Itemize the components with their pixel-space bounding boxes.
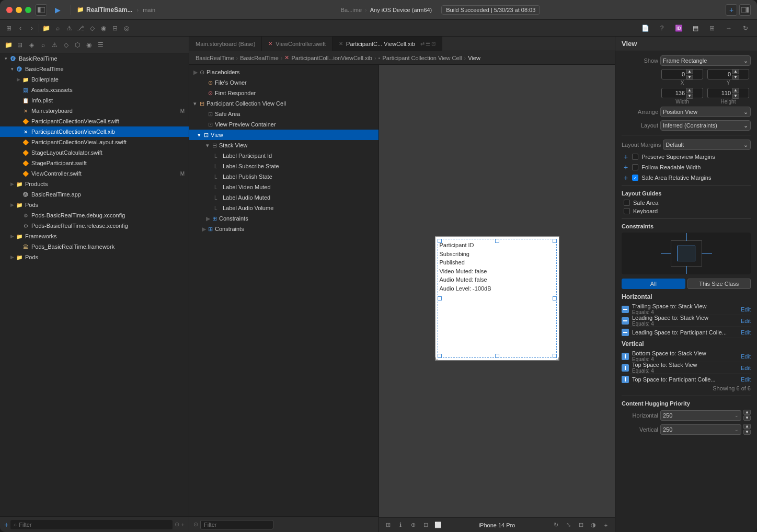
bookmark-icon[interactable]: ◇ <box>87 24 97 33</box>
recent-files-button[interactable]: ⊙ <box>175 521 179 528</box>
tree-item-products[interactable]: ▶ 📁 Products <box>0 179 189 189</box>
w-up-btn[interactable]: ▲ <box>686 88 693 93</box>
y-down-btn[interactable]: ▼ <box>732 75 739 80</box>
scene-item-placeholders[interactable]: ▶ ⊙ Placeholders <box>189 67 378 77</box>
report-icon[interactable]: ⊟ <box>110 24 120 33</box>
hugging-v-down-btn[interactable]: ▼ <box>743 430 751 435</box>
breadcrumb-basicrealtime2[interactable]: BasicRealTime <box>240 55 279 61</box>
resize-icon[interactable]: ⤡ <box>564 521 573 530</box>
connections-icon[interactable]: → <box>721 21 736 36</box>
breakpoints-nav-icon[interactable]: ◉ <box>85 41 93 49</box>
scene-item-safe-area[interactable]: ▶ ⊡ Safe Area <box>189 109 378 119</box>
arrange-select[interactable]: Position View ⌄ <box>660 107 751 117</box>
file-inspector-icon[interactable]: 📄 <box>638 21 652 36</box>
hugging-h-select[interactable]: 250 ⌄ <box>660 410 741 421</box>
tree-item-pods-group[interactable]: ▶ 📁 Pods <box>0 200 189 210</box>
scene-item-label-audio-volume[interactable]: L Label Audio Volume <box>189 203 378 213</box>
h-up-btn[interactable]: ▲ <box>732 88 739 93</box>
hugging-h-up-btn[interactable]: ▲ <box>743 410 751 415</box>
forward-icon[interactable]: › <box>27 24 37 33</box>
y-up-btn[interactable]: ▲ <box>732 69 739 74</box>
scene-item-label-video[interactable]: L Label Video Muted <box>189 182 378 192</box>
h-down-btn[interactable]: ▼ <box>732 94 739 99</box>
quick-help-icon[interactable]: ? <box>655 21 669 36</box>
tree-item-infoplist[interactable]: ▶ 📋 Info.plist <box>0 95 189 106</box>
tree-item-pods-release[interactable]: ▶ ⚙ Pods-BasicRealTime.release.xcconfig <box>0 221 189 231</box>
left-panel-toggle[interactable] <box>36 4 47 16</box>
size-inspector-icon[interactable]: ⊞ <box>705 21 719 36</box>
zoom-fit-icon[interactable]: ⊞ <box>383 521 393 530</box>
add-group-button[interactable]: + <box>4 521 8 529</box>
safe-area-guide-check[interactable] <box>624 200 630 206</box>
target-icon[interactable]: ◎ <box>122 24 131 33</box>
plus-canvas-icon[interactable]: + <box>601 521 611 530</box>
tree-item-pods-debug[interactable]: ▶ ⚙ Pods-BasicRealTime.debug.xcconfig <box>0 210 189 221</box>
warning-nav-icon[interactable]: ⚠ <box>50 41 59 49</box>
device-selector[interactable]: Any iOS Device (arm64) <box>370 7 432 13</box>
breakpoint-icon[interactable]: ◉ <box>99 24 108 33</box>
keyboard-guide-check[interactable] <box>624 208 630 214</box>
constraint-top-edit-btn[interactable]: Edit <box>741 365 751 371</box>
layout-margins-select[interactable]: Default ⌄ <box>663 140 751 150</box>
preserve-superview-check[interactable] <box>632 154 638 160</box>
hugging-v-select[interactable]: 250 ⌄ <box>660 424 741 435</box>
height-input[interactable] <box>710 90 731 96</box>
sidebar-filter-input[interactable] <box>19 522 113 528</box>
rotate-icon[interactable]: ↻ <box>551 521 560 530</box>
layout-icon[interactable]: ⊟ <box>576 521 586 530</box>
w-down-btn[interactable]: ▼ <box>686 94 693 99</box>
tab-viewcontroller[interactable]: ✕ ViewController.swift <box>262 37 332 51</box>
tree-item-participantcell-xib[interactable]: ▶ ✕ ParticipantCollectionViewCell.xib <box>0 126 189 137</box>
show-select[interactable]: Frame Rectangle ⌄ <box>660 55 751 66</box>
tree-item-stageparticipant[interactable]: ▶ 🔶 StageParticipant.swift <box>0 158 189 168</box>
project-scheme[interactable]: RealTimeSam... <box>86 6 133 14</box>
tree-item-boilerplate[interactable]: ▶ 📁 Boilerplate <box>0 74 189 85</box>
constraint-bottom-edit-btn[interactable]: Edit <box>741 353 751 360</box>
warning-icon[interactable]: ⚠ <box>64 24 74 33</box>
add-button[interactable]: + <box>726 4 737 16</box>
tree-item-framework[interactable]: ▶ 🏛 Pods_BasicRealTime.framework <box>0 241 189 252</box>
scene-filter-input[interactable] <box>200 520 273 529</box>
layout-select[interactable]: Inferred (Constraints) ⌄ <box>660 120 751 131</box>
scene-item-first-responder[interactable]: ▶ ⊙ First Responder <box>189 88 378 98</box>
info-icon[interactable]: ℹ <box>396 521 405 530</box>
y-input[interactable] <box>710 71 731 77</box>
scene-item-constraints-cell[interactable]: ▶ ⊞ Constraints <box>189 224 378 234</box>
source-control-icon[interactable]: ⊟ <box>16 41 24 49</box>
size-class-tab-btn[interactable]: This Size Class <box>687 279 751 289</box>
maximize-button[interactable] <box>25 7 31 13</box>
git-icon[interactable]: ⎇ <box>76 24 85 33</box>
folder-icon[interactable]: 📁 <box>41 24 51 33</box>
width-input[interactable] <box>664 90 685 96</box>
tab-participantcell-xib[interactable]: ✕ ParticipantC... ViewCell.xib ⇄ ☰ ⊡ <box>332 37 442 51</box>
add-readable-btn[interactable]: + <box>624 164 628 171</box>
tree-item-assets[interactable]: ▶ 🖼 Assets.xcassets <box>0 85 189 95</box>
add-safe-area-btn[interactable]: + <box>624 174 628 181</box>
constraint-leading2-edit-btn[interactable]: Edit <box>741 329 751 336</box>
grid-icon[interactable]: ⊞ <box>4 24 14 33</box>
tree-item-frameworks[interactable]: ▶ 📁 Frameworks <box>0 231 189 241</box>
add-view-icon[interactable]: ⊡ <box>421 521 430 530</box>
tab-mainstoryboard[interactable]: Main.storyboard (Base) <box>189 37 262 51</box>
tree-item-mainstoryboard[interactable]: ▶ ✕ Main.storyboard M <box>0 106 189 116</box>
hugging-v-up-btn[interactable]: ▲ <box>743 424 751 429</box>
breadcrumb-view[interactable]: View <box>468 55 480 61</box>
identity-icon[interactable]: 🆔 <box>671 21 686 36</box>
constraint-top2-edit-btn[interactable]: Edit <box>741 376 751 383</box>
attributes-icon[interactable]: ▤ <box>688 21 703 36</box>
add-margins-btn[interactable]: + <box>624 153 628 160</box>
search-icon[interactable]: ⌕ <box>53 24 62 33</box>
tree-item-basicrealtime[interactable]: ▾ 🅐 BasicRealTime <box>0 64 189 74</box>
breadcrumb-xib[interactable]: ✕ ParticipantColl...ionViewCell.xib <box>284 54 372 61</box>
play-button[interactable]: ▶ <box>51 4 64 16</box>
scene-item-label-audio-muted[interactable]: L Label Audio Muted <box>189 192 378 203</box>
all-tab-btn[interactable]: All <box>622 279 685 289</box>
scene-item-view[interactable]: ▾ ⊡ View <box>189 130 378 140</box>
debug-nav-icon[interactable]: ⬡ <box>73 41 82 49</box>
breadcrumb-basicrealtime[interactable]: BasicRealTime <box>196 55 234 61</box>
constraint-leading-edit-btn[interactable]: Edit <box>741 318 751 324</box>
constraint-trailing-edit-btn[interactable]: Edit <box>741 306 751 313</box>
close-button[interactable] <box>6 7 13 13</box>
scene-item-label-participant-id[interactable]: L Label Participant Id <box>189 151 378 161</box>
breadcrumb-cell[interactable]: ▪ Participant Collection View Cell <box>378 55 462 61</box>
